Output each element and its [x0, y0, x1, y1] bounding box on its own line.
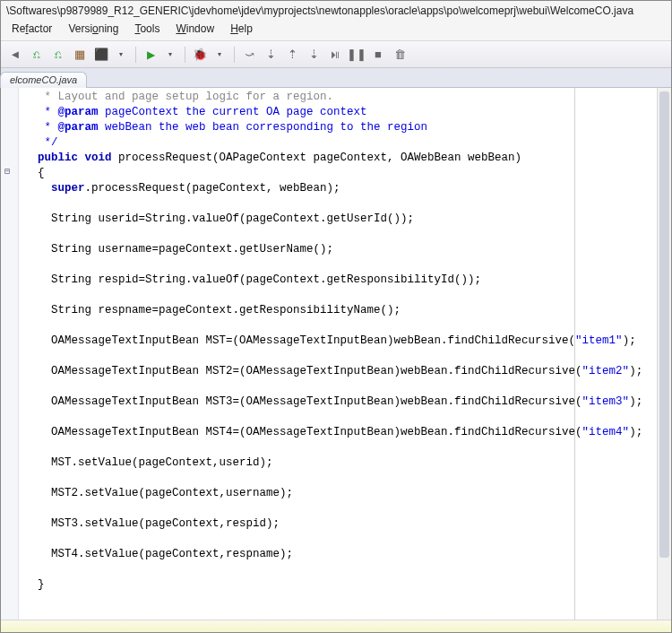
pause-icon[interactable]: ❚❚: [348, 46, 366, 64]
separator-icon: [234, 47, 235, 63]
fold-icon[interactable]: ⊟: [4, 165, 10, 179]
run-icon[interactable]: ▶: [142, 46, 159, 64]
menu-bar: Refactor Versioning Tools Window Help: [1, 19, 671, 41]
code-scroll[interactable]: * Layout and page setup logic for a regi…: [19, 88, 657, 620]
pointer-icon[interactable]: ◄: [6, 46, 24, 64]
separator-icon: [135, 47, 136, 63]
debug-icon[interactable]: 🐞: [191, 46, 209, 64]
vertical-scrollbar[interactable]: [657, 88, 671, 620]
binary2-icon[interactable]: ⎌: [49, 46, 67, 64]
step-return-icon[interactable]: ⇣: [305, 46, 323, 64]
step-over-icon[interactable]: ⤻: [240, 46, 258, 64]
gutter[interactable]: ⊟: [1, 88, 19, 620]
binary1-icon[interactable]: ⎌: [28, 46, 46, 64]
menu-window[interactable]: Window: [170, 21, 220, 37]
dropdown-icon[interactable]: ▾: [112, 46, 130, 64]
step-out-icon[interactable]: ⇡: [283, 46, 301, 64]
puzzle-icon[interactable]: ▦: [71, 46, 89, 64]
resume-icon[interactable]: ⏯: [326, 46, 344, 64]
trash-icon[interactable]: 🗑: [391, 46, 409, 64]
tab-welcomeco[interactable]: elcomeCO.java: [0, 72, 87, 88]
tab-strip: elcomeCO.java: [1, 68, 671, 88]
scrollbar-thumb[interactable]: [659, 91, 669, 558]
code-content[interactable]: * Layout and page setup logic for a regi…: [19, 88, 657, 594]
toolbar: ◄ ⎌ ⎌ ▦ ⬛ ▾ ▶ ▾ 🐞 ▾ ⤻ ⇣ ⇡ ⇣ ⏯ ❚❚ ■ 🗑: [1, 41, 671, 68]
debug-dropdown-icon[interactable]: ▾: [211, 46, 228, 64]
separator-icon: [185, 47, 185, 63]
editor-area: ⊟ * Layout and page setup logic for a re…: [1, 88, 671, 620]
menu-refactor[interactable]: Refactor: [6, 21, 57, 37]
status-bar: [1, 620, 671, 632]
menu-tools[interactable]: Tools: [129, 21, 165, 37]
ide-window: \Softwares\p9879989_R12_GENERIC\jdevhome…: [0, 0, 672, 633]
menu-help[interactable]: Help: [225, 21, 258, 37]
step-into-icon[interactable]: ⇣: [262, 46, 280, 64]
menu-versioning[interactable]: Versioning: [63, 21, 124, 37]
bug-small-icon[interactable]: ⬛: [92, 46, 110, 64]
run-dropdown-icon[interactable]: ▾: [161, 46, 179, 64]
stop-icon[interactable]: ■: [369, 46, 387, 64]
title-path: \Softwares\p9879989_R12_GENERIC\jdevhome…: [1, 1, 671, 19]
